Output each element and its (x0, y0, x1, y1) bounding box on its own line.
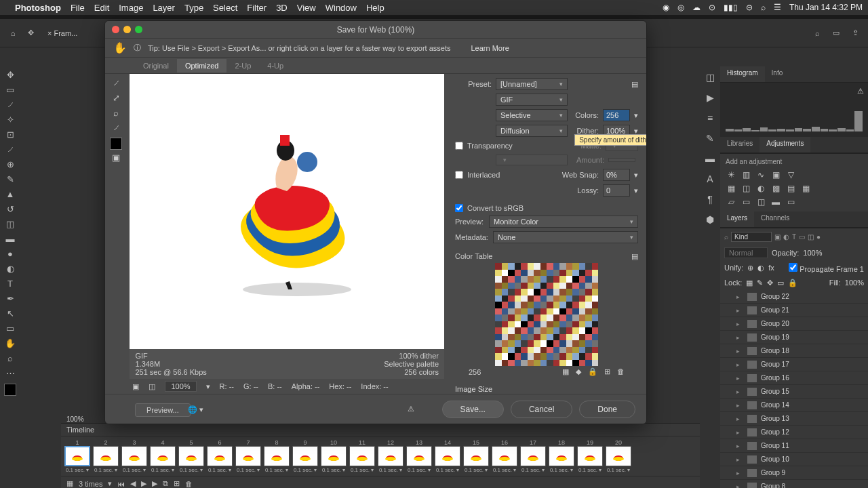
search-spotlight-icon[interactable]: ⌕ (761, 3, 766, 12)
first-icon[interactable]: ⏮ (117, 480, 125, 488)
preset-select[interactable]: [Unnamed] (496, 78, 568, 90)
opacity-value[interactable]: 100% (803, 249, 822, 257)
menu-layer[interactable]: Layer (153, 3, 175, 13)
dodge-tool[interactable]: ◐ (0, 262, 20, 275)
chevron-right-icon[interactable]: ▸ (736, 334, 743, 341)
chevron-right-icon[interactable]: ▸ (736, 361, 743, 368)
status-icon[interactable]: ⊙ (709, 3, 715, 12)
hand-tool-icon[interactable]: ✋ (113, 41, 127, 54)
filter-icon[interactable]: ◫ (808, 233, 814, 241)
timeline-frame[interactable]: 40.1 sec. ▾ (149, 439, 176, 473)
color-table-grid[interactable] (495, 263, 598, 366)
chevron-right-icon[interactable]: ▸ (736, 321, 743, 327)
layer-row[interactable]: ▸Group 15 (720, 385, 868, 399)
ct-lock-icon[interactable]: 🔒 (588, 367, 597, 376)
color-swatch[interactable] (4, 384, 16, 396)
doc-zoom[interactable]: 100% (66, 415, 84, 423)
lock-icon[interactable]: ✎ (757, 279, 763, 287)
color-table-menu-icon[interactable]: ▤ (631, 252, 638, 261)
frames-strip[interactable]: 10.1 sec. ▾20.1 sec. ▾30.1 sec. ▾40.1 se… (61, 436, 700, 476)
panel-icon[interactable]: ◫ (706, 72, 715, 88)
control-center-icon[interactable]: ☰ (774, 3, 781, 12)
photo-icon[interactable]: ◐ (755, 183, 766, 194)
tab-optimized[interactable]: Optimized (177, 59, 227, 73)
search-icon[interactable]: ⌕ (724, 233, 728, 241)
select-icon[interactable]: ▭ (785, 197, 796, 207)
levels-icon[interactable]: ▥ (741, 169, 751, 180)
play-icon[interactable]: ▶ (141, 479, 146, 488)
warning-icon[interactable]: ⚠ (408, 405, 414, 413)
move-tool[interactable]: ✥ (0, 68, 20, 81)
reduction-select[interactable]: Selective (496, 109, 568, 121)
vibrance-icon[interactable]: ▽ (785, 169, 796, 180)
menu-window[interactable]: Window (326, 3, 357, 13)
menu-3d[interactable]: 3D (276, 3, 288, 13)
brush-tool[interactable]: ✎ (0, 172, 20, 186)
timeline-frame[interactable]: 50.1 sec. ▾ (178, 439, 205, 473)
shape-tool[interactable]: ▭ (0, 321, 20, 335)
layer-row[interactable]: ▸Group 8 (720, 480, 868, 488)
chevron-down-icon[interactable]: ▾ (634, 186, 638, 195)
chevron-down-icon[interactable]: ▾ (634, 111, 638, 120)
tab-adjustments[interactable]: Adjustments (760, 137, 810, 152)
bw-icon[interactable]: ◫ (741, 183, 751, 194)
gradient-tool[interactable]: ▬ (0, 232, 20, 245)
edit-toolbar[interactable]: ⋯ (0, 366, 20, 380)
chevron-right-icon[interactable]: ▸ (736, 388, 743, 395)
preview-button[interactable]: Preview... (135, 403, 191, 417)
eyedropper-tool[interactable]: ⟋ (0, 142, 20, 156)
lock-icon[interactable]: 🔒 (788, 279, 797, 287)
panel-icon[interactable]: ≡ (707, 113, 713, 129)
filter-toggle[interactable]: ● (816, 233, 821, 241)
tab-histogram[interactable]: Histogram (720, 66, 765, 82)
layer-row[interactable]: ▸Group 18 (720, 344, 868, 358)
zoom-select[interactable]: 100% (165, 381, 196, 392)
lossy-input[interactable]: 0 (603, 184, 630, 197)
layer-row[interactable]: ▸Group 21 (720, 304, 868, 317)
brightness-icon[interactable]: ☀ (726, 169, 736, 180)
layer-row[interactable]: ▸Group 22 (720, 290, 868, 304)
delete-frame-icon[interactable]: 🗑 (185, 480, 193, 488)
layer-list[interactable]: ▸Group 22▸Group 21▸Group 20▸Group 19▸Gro… (720, 290, 868, 488)
new-frame-icon[interactable]: ⊞ (174, 479, 180, 488)
timeline-frame[interactable]: 190.1 sec. ▾ (576, 439, 604, 473)
timeline-frame[interactable]: 160.1 sec. ▾ (491, 439, 518, 473)
ct-icon[interactable]: ◆ (576, 367, 581, 376)
tab-info[interactable]: Info (765, 66, 790, 82)
filter-icon[interactable]: T (792, 233, 796, 241)
lock-icon[interactable]: ▭ (777, 279, 784, 287)
marquee-tool[interactable]: ▭ (0, 83, 20, 96)
prev-icon[interactable]: ◀ (130, 479, 136, 488)
lock-icon[interactable]: ▦ (746, 279, 753, 287)
menu-help[interactable]: Help (366, 3, 384, 13)
panel-icon[interactable]: ▶ (707, 92, 714, 108)
timeline-frame[interactable]: 70.1 sec. ▾ (235, 439, 262, 473)
crop-tool[interactable]: ⊡ (0, 127, 20, 141)
kind-filter[interactable] (731, 232, 772, 242)
chevron-right-icon[interactable]: ▸ (736, 470, 743, 476)
tab-frame[interactable]: × Fram... (47, 29, 77, 37)
chevron-right-icon[interactable]: ▸ (736, 456, 743, 463)
menu-select[interactable]: Select (213, 3, 237, 13)
slice-select-tool[interactable]: ⤢ (113, 93, 120, 105)
status-icon[interactable]: ◎ (677, 3, 684, 12)
hue-icon[interactable]: ▦ (726, 183, 736, 194)
browser-menu-icon[interactable]: 🌐 ▾ (188, 405, 203, 414)
ct-delete-icon[interactable]: 🗑 (617, 367, 625, 376)
layer-row[interactable]: ▸Group 19 (720, 331, 868, 344)
timeline-frame[interactable]: 90.1 sec. ▾ (292, 439, 319, 473)
dialog-titlebar[interactable]: Save for Web (100%) (105, 21, 646, 39)
layer-row[interactable]: ▸Group 13 (720, 412, 868, 426)
eyedropper-color[interactable] (110, 138, 122, 150)
panel-icon[interactable]: ✎ (706, 133, 714, 149)
blend-mode[interactable]: Normal (724, 247, 768, 258)
filter-icon[interactable]: ▣ (774, 233, 781, 241)
fill-value[interactable]: 100% (845, 279, 864, 287)
chevron-right-icon[interactable]: ▸ (736, 443, 743, 449)
done-button[interactable]: Done (579, 401, 635, 418)
chevron-right-icon[interactable]: ▸ (736, 375, 743, 382)
lasso-tool[interactable]: ⟋ (0, 98, 20, 111)
layer-row[interactable]: ▸Group 9 (720, 466, 868, 480)
timeline-frame[interactable]: 60.1 sec. ▾ (206, 439, 233, 473)
blur-tool[interactable]: ● (0, 247, 20, 260)
